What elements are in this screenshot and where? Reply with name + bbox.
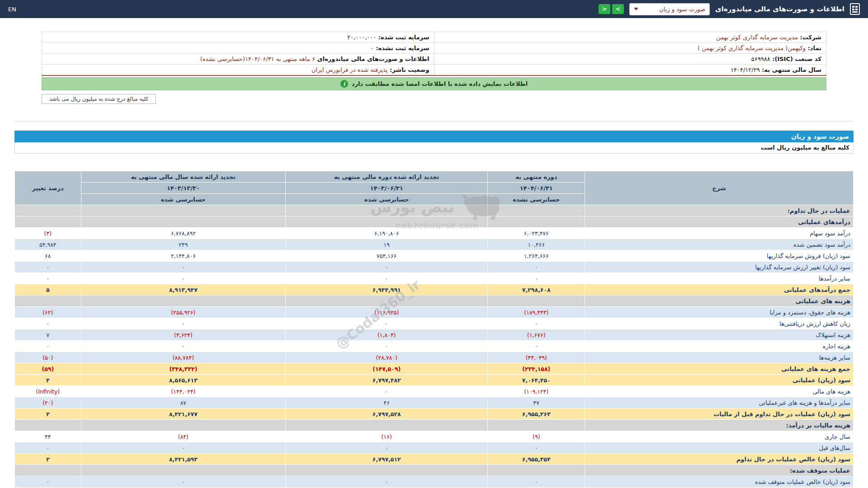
row-value: ۱۰,۴۶۶ <box>488 239 585 250</box>
row-value: ۶,۷۹۷,۴۸۲ <box>286 375 488 386</box>
row-value: (۱۰۹,۱۲۴) <box>488 386 585 397</box>
company-info-table: شرکت: مدیریت سرمایه گذاری کوثر بهمنسرمای… <box>42 32 826 76</box>
row-description: هزینه استهلاک <box>585 329 854 341</box>
row-value: (۵۰) <box>15 352 81 363</box>
nav-back-button[interactable]: < <box>599 4 610 14</box>
row-value: ۰ <box>15 262 81 273</box>
row-value <box>286 216 488 228</box>
row-value <box>286 420 488 431</box>
table-row: سود (زیان) تغییر ارزش سرمایه گذاریها۰۰۰۰ <box>15 262 854 273</box>
row-description: هزینه اجاره <box>585 341 854 352</box>
table-row: سایر درآمدها و هزینه های غیرعملیاتی۳۷۴۶۸… <box>15 397 854 408</box>
statement-nav: > < <box>599 4 624 14</box>
table-row: سایر هزینه‌ها(۴۳,۰۳۹)(۲۸,۷۸۰)(۸۸,۷۸۴)(۵۰… <box>15 352 854 363</box>
row-value: ۰ <box>286 476 488 488</box>
col-header-percent-change: درصد تغییر <box>15 171 81 205</box>
row-value: ۰ <box>286 318 488 329</box>
col-header-current-audit: حسابرسی نشده <box>488 194 585 205</box>
table-row: سود (زیان) خالص عملیات متوقف شده۰۰۰۰ <box>15 476 854 488</box>
company-info-row: نماد: وکبهمن( مدیریت سرمایه گذاری کوثر ب… <box>42 43 826 54</box>
report-dropdown[interactable]: صورت سود و زیان <box>629 3 710 15</box>
table-row: هزینه های عملیاتی <box>15 296 854 307</box>
language-link[interactable]: EN <box>8 6 16 13</box>
row-value: ۶,۷۶۸,۸۹۲ <box>81 228 286 239</box>
table-row: هزینه مالیات بر درآمد: <box>15 420 854 431</box>
row-value: ۴۴ <box>15 431 81 442</box>
row-value: ۰ <box>81 341 286 352</box>
row-description: سایر درآمدها <box>585 273 854 284</box>
nav-forward-button[interactable]: > <box>612 4 624 14</box>
page-content: شرکت: مدیریت سرمایه گذاری کوثر بهمنسرمای… <box>0 32 868 488</box>
row-value: ۳۷ <box>488 397 585 408</box>
row-value: (۴۳,۰۳۹) <box>488 352 585 363</box>
row-value: (۲۵۵,۹۲۶) <box>81 307 286 318</box>
info-label: نماد: <box>806 45 821 52</box>
row-value: ۰ <box>15 273 81 284</box>
info-label: سرمایه ثبت شده: <box>376 34 429 41</box>
row-value: ۵۴,۹۸۴ <box>15 239 81 250</box>
row-description: سود (زیان) خالص عملیات متوقف شده <box>585 476 854 488</box>
info-value: پذیرفته شده در فرابورس ایران <box>311 66 388 73</box>
row-description: سود (زیان) عملیات در حال تداوم قبل از ما… <box>585 408 854 420</box>
table-row: سود (زیان) عملیات در حال تداوم قبل از ما… <box>15 408 854 420</box>
table-row: هزینه های مالی(۱۰۹,۱۲۴)۰(۱۴۴,۰۲۳)(Infini… <box>15 386 854 397</box>
signature-match-text: اطلاعات نمایش داده شده با اطلاعات امضا ش… <box>352 80 528 87</box>
info-label: سال مالی منتهی به: <box>760 66 821 73</box>
signature-match-banner: اطلاعات نمایش داده شده با اطلاعات امضا ش… <box>42 77 826 90</box>
row-value: (۱۱۶,۹۲۵) <box>286 307 488 318</box>
row-value: (۶۲) <box>15 307 81 318</box>
company-info-cell: نماد: وکبهمن( مدیریت سرمایه گذاری کوثر ب… <box>434 43 826 54</box>
row-value: (Infinity) <box>15 386 81 397</box>
row-value: (۲۳۴,۱۵۸) <box>488 363 585 375</box>
row-description: جمع هزینه های عملیاتی <box>585 363 854 375</box>
row-value: ۰ <box>286 386 488 397</box>
row-value: ۷۵۴,۱۶۶ <box>286 250 488 262</box>
table-row: هزینه استهلاک(۱,۶۷۶)(۱,۸۰۴)(۳,۶۲۴)۷ <box>15 329 854 341</box>
info-label: اطلاعات و صورت‌های مالی میاندوره‌ای <box>315 56 429 62</box>
row-description: سود (زیان) خالص عملیات در حال تداوم <box>585 454 854 465</box>
row-value: ۶,۱۹۰,۸۰۶ <box>286 228 488 239</box>
row-value: ۲ <box>15 454 81 465</box>
row-description: درآمد سود تضمین شده <box>585 239 854 250</box>
info-value: ۵۶۹۹۸۸ <box>751 56 770 62</box>
row-value <box>15 205 81 216</box>
row-value: ۰ <box>81 318 286 329</box>
company-info-cell: سرمایه ثبت نشده: ۰ <box>42 43 434 54</box>
table-row: جمع هزینه های عملیاتی(۲۳۴,۱۵۸)(۱۴۷,۵۰۹)(… <box>15 363 854 375</box>
row-value: (۱,۶۷۶) <box>488 329 585 341</box>
row-value: (۵۹) <box>15 363 81 375</box>
info-value: وکبهمن( مدیریت سرمایه گذاری کوثر بهمن ) <box>698 45 806 52</box>
report-dropdown-value: صورت سود و زیان <box>659 6 705 13</box>
info-value: مدیریت سرمایه گذاری کوثر بهمن <box>716 34 798 41</box>
row-value: ۶,۷۹۷,۵۲۸ <box>286 408 488 420</box>
row-description: عملیات در حال تداوم: <box>585 205 854 216</box>
statement-title-bar: صورت سود و زیان <box>14 131 854 142</box>
info-value: ۶ ماهه منتهی به ۱۴۰۴/۰۶/۳۱(حسابرسی نشده) <box>200 56 315 62</box>
topbar: اطلاعات و صورت‌های مالی میاندوره‌ای صورت… <box>0 0 868 18</box>
table-row: زیان کاهش ارزش دریافتنی‌ها۰۰۰۰ <box>15 318 854 329</box>
page-title: اطلاعات و صورت‌های مالی میاندوره‌ای <box>715 5 844 13</box>
col-header-restated-year-date: ۱۴۰۳/۱۲/۳۰ <box>81 183 286 194</box>
amounts-unit-note: کلیه مبالغ درج شده به میلیون ریال می باش… <box>42 94 156 104</box>
row-value <box>81 205 286 216</box>
company-info-row: شرکت: مدیریت سرمایه گذاری کوثر بهمنسرمای… <box>42 32 826 43</box>
row-value: ۷,۲۹۸,۶۰۸ <box>488 284 585 296</box>
row-value <box>286 205 488 216</box>
row-value: ۰ <box>15 341 81 352</box>
row-value: ۰ <box>15 318 81 329</box>
table-row: سود (زیان) فروش سرمایه گذاریها۱,۲۶۴,۶۶۶۷… <box>15 250 854 262</box>
row-value <box>15 216 81 228</box>
row-value: ۲ <box>15 408 81 420</box>
row-value <box>286 465 488 476</box>
company-info-cell: سال مالی منتهی به: ۱۴۰۴/۱۲/۲۹ <box>434 65 826 76</box>
info-value: ۲۰,۰۰۰,۰۰۰ <box>347 34 376 41</box>
row-description: سایر هزینه‌ها <box>585 352 854 363</box>
row-value: ۰ <box>488 442 585 454</box>
row-value: (۳,۶۲۴) <box>81 329 286 341</box>
row-value: ۰ <box>488 318 585 329</box>
row-value: ۸,۴۲۱,۶۷۷ <box>81 408 286 420</box>
row-value: ۶,۰۲۳,۴۷۶ <box>488 228 585 239</box>
company-info-cell: شرکت: مدیریت سرمایه گذاری کوثر بهمن <box>434 32 826 43</box>
row-value: ۰ <box>15 442 81 454</box>
table-row: سال جاری(۹)(۱۶)(۸۴)۴۴ <box>15 431 854 442</box>
